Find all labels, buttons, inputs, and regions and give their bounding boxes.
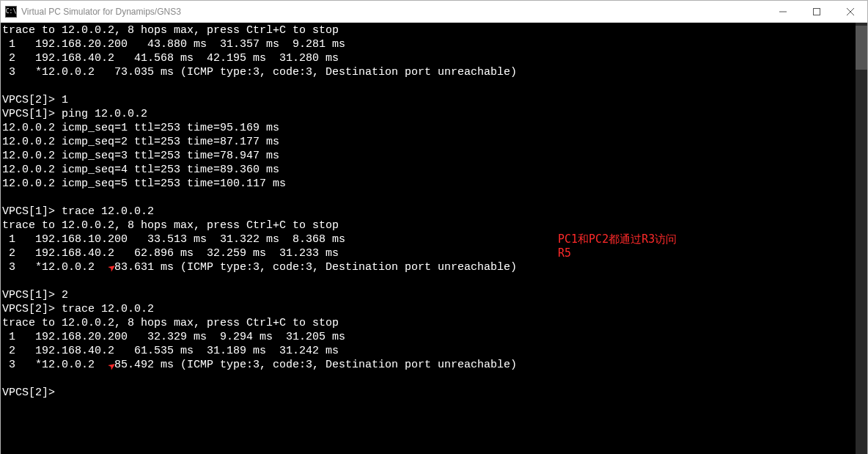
terminal-line: VPCS[2]> xyxy=(2,386,854,400)
terminal-line: VPCS[1]> trace 12.0.0.2 xyxy=(2,205,854,219)
close-button[interactable] xyxy=(834,1,867,23)
minimize-icon xyxy=(779,8,787,15)
terminal-line: trace to 12.0.0.2, 8 hops max, press Ctr… xyxy=(2,316,854,330)
terminal-line: 1 192.168.20.200 32.329 ms 9.294 ms 31.2… xyxy=(2,330,854,344)
app-icon: C:\ xyxy=(5,6,17,18)
scrollbar[interactable] xyxy=(856,23,867,454)
terminal-line: VPCS[2]> 1 xyxy=(2,93,854,107)
maximize-icon xyxy=(813,8,820,15)
svg-rect-1 xyxy=(814,8,820,15)
annotation-text-2: R5 xyxy=(558,246,571,260)
terminal-line: 1 192.168.20.200 43.880 ms 31.357 ms 9.2… xyxy=(2,37,854,51)
terminal-line: trace to 12.0.0.2, 8 hops max, press Ctr… xyxy=(2,219,854,233)
terminal-line: 12.0.0.2 icmp_seq=3 ttl=253 time=78.947 … xyxy=(2,149,854,163)
terminal-line xyxy=(2,79,854,93)
terminal[interactable]: trace to 12.0.0.2, 8 hops max, press Ctr… xyxy=(1,23,856,454)
terminal-line: 12.0.0.2 icmp_seq=1 ttl=253 time=95.169 … xyxy=(2,121,854,135)
terminal-line: 3 *12.0.0.2 83.631 ms (ICMP type:3, code… xyxy=(2,260,854,274)
minimize-button[interactable] xyxy=(766,1,800,23)
terminal-line: 12.0.0.2 icmp_seq=2 ttl=253 time=87.177 … xyxy=(2,135,854,149)
terminal-line: VPCS[1]> 2 xyxy=(2,288,854,302)
terminal-line: 2 192.168.40.2 62.896 ms 32.259 ms 31.23… xyxy=(2,246,854,260)
terminal-line xyxy=(2,274,854,288)
terminal-line: 12.0.0.2 icmp_seq=5 ttl=253 time=100.117… xyxy=(2,177,854,191)
terminal-line: 3 *12.0.0.2 85.492 ms (ICMP type:3, code… xyxy=(2,358,854,372)
window-title: Virtual PC Simulator for Dynamips/GNS3 xyxy=(21,7,181,17)
annotation-text-1: PC1和PC2都通过R3访问 xyxy=(558,233,677,246)
terminal-line: 1 192.168.10.200 33.513 ms 31.322 ms 8.3… xyxy=(2,233,854,246)
terminal-line xyxy=(2,191,854,205)
terminal-line: 2 192.168.40.2 41.568 ms 42.195 ms 31.28… xyxy=(2,51,854,65)
maximize-button[interactable] xyxy=(800,1,834,23)
terminal-line: trace to 12.0.0.2, 8 hops max, press Ctr… xyxy=(2,23,854,37)
terminal-line xyxy=(2,372,854,386)
app-window: C:\ Virtual PC Simulator for Dynamips/GN… xyxy=(0,0,868,454)
terminal-line: VPCS[2]> trace 12.0.0.2 xyxy=(2,302,854,316)
terminal-line: VPCS[1]> ping 12.0.0.2 xyxy=(2,107,854,121)
titlebar[interactable]: C:\ Virtual PC Simulator for Dynamips/GN… xyxy=(1,1,867,23)
close-icon xyxy=(847,8,854,15)
terminal-wrap: trace to 12.0.0.2, 8 hops max, press Ctr… xyxy=(1,23,867,454)
terminal-line: 2 192.168.40.2 61.535 ms 31.189 ms 31.24… xyxy=(2,344,854,358)
terminal-line: 12.0.0.2 icmp_seq=4 ttl=253 time=89.360 … xyxy=(2,163,854,177)
terminal-line: 3 *12.0.0.2 73.035 ms (ICMP type:3, code… xyxy=(2,65,854,79)
scroll-thumb[interactable] xyxy=(856,26,867,70)
